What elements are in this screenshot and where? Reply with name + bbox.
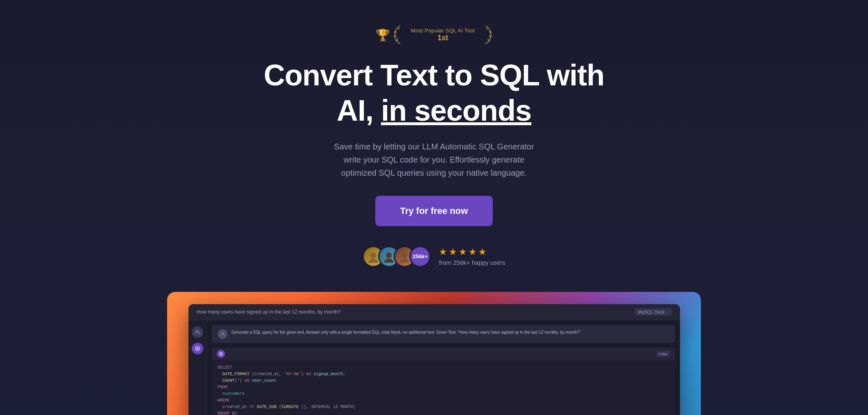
- star-4: ★: [468, 247, 477, 257]
- heading-line2: AI,: [337, 94, 381, 127]
- app-preview: How many users have signed up in the las…: [167, 292, 701, 415]
- heading-underlined: in seconds: [381, 94, 531, 127]
- laurel-right-decoration: [478, 25, 492, 45]
- preview-gradient-bg: How many users have signed up in the las…: [167, 292, 701, 415]
- window-query-text: How many users have signed up in the las…: [197, 309, 635, 315]
- chat-area: Generate a SQL query for the given text.…: [207, 320, 680, 415]
- copy-button[interactable]: Copy: [656, 351, 670, 357]
- main-heading: Convert Text to SQL with AI, in seconds: [264, 57, 604, 128]
- svg-point-6: [488, 39, 490, 41]
- svg-point-3: [398, 28, 400, 30]
- svg-point-16: [197, 348, 198, 349]
- svg-point-1: [394, 35, 396, 37]
- code-block: SELECT DATE_FORMAT (created_at, '%Y-%m')…: [212, 360, 675, 415]
- social-proof: 256k+ ★ ★ ★ ★ ★ from 256k+ happy users: [363, 246, 505, 267]
- svg-point-11: [384, 259, 393, 263]
- app-window: How many users have signed up in the las…: [188, 304, 680, 415]
- svg-point-7: [486, 28, 488, 30]
- response-ai-icon: [217, 350, 225, 358]
- svg-point-5: [490, 35, 492, 37]
- svg-point-9: [369, 259, 378, 263]
- page-wrapper: 🏆 Most Popular SQL AI Tool 1st: [0, 0, 868, 415]
- svg-point-0: [394, 31, 396, 33]
- avatars-group: 256k+: [363, 246, 431, 267]
- response-header: Copy: [212, 347, 675, 360]
- laurel-left-icon: 🏆: [376, 28, 390, 42]
- star-5: ★: [478, 247, 487, 257]
- heading-line1: Convert Text to SQL with: [264, 59, 604, 92]
- star-2: ★: [449, 247, 457, 257]
- award-top-label: Most Popular SQL AI Tool: [411, 28, 475, 34]
- window-db-badge: MySQL Dock...: [635, 308, 672, 316]
- svg-point-2: [395, 39, 397, 41]
- prompt-bubble: Generate a SQL query for the given text.…: [212, 325, 675, 343]
- award-rank: 1st: [437, 34, 448, 42]
- svg-point-10: [386, 252, 392, 258]
- stars-row: ★ ★ ★ ★ ★: [439, 247, 487, 257]
- award-badge: 🏆 Most Popular SQL AI Tool 1st: [376, 25, 492, 45]
- app-sidebar: [188, 320, 207, 415]
- app-window-body: Generate a SQL query for the given text.…: [188, 320, 680, 415]
- laurel-left-decoration: [393, 25, 408, 45]
- avatar-count-badge: 256k+: [409, 246, 431, 267]
- rating-text: from 256k+ happy users: [439, 259, 505, 266]
- rating-section: ★ ★ ★ ★ ★ from 256k+ happy users: [439, 247, 505, 266]
- app-window-header: How many users have signed up in the las…: [188, 304, 680, 320]
- hero-section: 🏆 Most Popular SQL AI Tool 1st: [229, 0, 639, 292]
- star-1: ★: [439, 247, 447, 257]
- sidebar-user-icon: [192, 326, 203, 338]
- prompt-text: Generate a SQL query for the given text.…: [232, 329, 581, 335]
- sidebar-ai-icon: [192, 343, 203, 354]
- svg-point-13: [400, 259, 409, 263]
- star-3: ★: [459, 247, 467, 257]
- svg-point-19: [220, 353, 221, 354]
- svg-point-12: [402, 252, 407, 258]
- award-text: Most Popular SQL AI Tool 1st: [411, 28, 475, 42]
- svg-point-8: [370, 252, 376, 258]
- response-section: Copy SELECT DATE_FORMAT (created_at, '%Y…: [212, 347, 675, 415]
- subheading: Save time by letting our LLM Automatic S…: [327, 140, 541, 179]
- prompt-user-avatar: [218, 329, 227, 339]
- cta-button[interactable]: Try for free now: [375, 196, 492, 226]
